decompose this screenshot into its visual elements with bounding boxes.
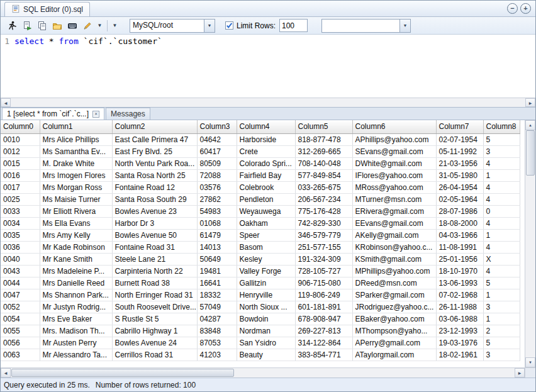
table-cell[interactable]: Harborside: [237, 133, 295, 145]
table-cell[interactable]: 18332: [197, 289, 237, 301]
table-cell[interactable]: 16641: [197, 277, 237, 289]
table-cell[interactable]: 0054: [1, 313, 40, 325]
table-cell[interactable]: 0015: [1, 157, 40, 169]
table-cell[interactable]: Fontaine Road 12: [112, 181, 197, 193]
table-cell[interactable]: Bowles Avenue 50: [112, 229, 197, 241]
table-cell[interactable]: M. Drake White: [40, 157, 112, 169]
table-cell[interactable]: ATaylorgmail.com: [352, 349, 436, 361]
table-cell[interactable]: 033-265-675: [295, 181, 352, 193]
edit-button[interactable]: [80, 18, 95, 33]
column-header[interactable]: Column3: [197, 120, 237, 133]
table-cell[interactable]: Pendleton: [237, 193, 295, 205]
combobox-arrow-icon[interactable]: ▼: [204, 20, 215, 32]
table-cell[interactable]: Gallitzin: [237, 277, 295, 289]
close-icon[interactable]: ×: [92, 111, 99, 118]
table-cell[interactable]: 0035: [1, 229, 40, 241]
editor-tab-sql-file[interactable]: SQL Editor (0).sql: [4, 2, 90, 16]
table-row[interactable]: 0056Mr Austen PerryBowles Avenue 2487053…: [1, 337, 520, 349]
table-cell[interactable]: 119-806-249: [295, 289, 352, 301]
table-cell[interactable]: 83848: [197, 325, 237, 337]
table-cell[interactable]: Weyauwega: [237, 205, 295, 217]
table-cell[interactable]: Santa Rosa South 29: [112, 193, 197, 205]
table-cell[interactable]: Mrs. Madison Th...: [40, 325, 112, 337]
table-row[interactable]: 0040Mr Kane SmithSteele Lane 2150649Kesl…: [1, 253, 520, 265]
table-cell[interactable]: 3: [483, 301, 520, 313]
table-cell[interactable]: Mr Alessandro Ta...: [40, 349, 112, 361]
table-cell[interactable]: 0044: [1, 277, 40, 289]
table-cell[interactable]: 2: [483, 325, 520, 337]
table-cell[interactable]: Mrs Madeleine P...: [40, 265, 112, 277]
scroll-right-icon[interactable]: ▶: [515, 368, 525, 378]
table-cell[interactable]: 0052: [1, 301, 40, 313]
table-cell[interactable]: Ms Samantha Ev...: [40, 145, 112, 157]
table-cell[interactable]: Speer: [237, 229, 295, 241]
table-cell[interactable]: 742-829-330: [295, 217, 352, 229]
table-cell[interactable]: 251-577-155: [295, 241, 352, 253]
results-horizontal-scrollbar[interactable]: ◀ ▶: [1, 367, 535, 378]
table-cell[interactable]: 312-269-665: [295, 145, 352, 157]
table-cell[interactable]: Colebrook: [237, 181, 295, 193]
code-area[interactable]: 1 select * from `cif`.`customer`: [1, 35, 535, 98]
table-cell[interactable]: 5: [483, 277, 520, 289]
table-cell[interactable]: Colorado Spri...: [237, 157, 295, 169]
table-cell[interactable]: 04-03-1966: [436, 229, 483, 241]
table-cell[interactable]: 601-181-891: [295, 301, 352, 313]
table-cell[interactable]: 0033: [1, 205, 40, 217]
table-cell[interactable]: Fairfield Bay: [237, 169, 295, 181]
open-file-button[interactable]: [50, 18, 65, 33]
table-cell[interactable]: 383-854-771: [295, 349, 352, 361]
table-row[interactable]: 0012Ms Samantha Ev...East Fry Blvd. 2560…: [1, 145, 520, 157]
table-cell[interactable]: 3: [483, 145, 520, 157]
table-cell[interactable]: MPhillips@yahoo.com: [352, 265, 436, 277]
table-cell[interactable]: 11-08-1991: [436, 241, 483, 253]
table-cell[interactable]: 0055: [1, 325, 40, 337]
table-cell[interactable]: KSmith@gmail.com: [352, 253, 436, 265]
table-cell[interactable]: Bowles Avenue 24: [112, 337, 197, 349]
table-cell[interactable]: Crete: [237, 145, 295, 157]
table-cell[interactable]: Mrs Danielle Reed: [40, 277, 112, 289]
table-cell[interactable]: Mr Elliott Rivera: [40, 205, 112, 217]
table-cell[interactable]: 1: [483, 169, 520, 181]
table-cell[interactable]: 0025: [1, 193, 40, 205]
table-cell[interactable]: 0010: [1, 133, 40, 145]
vertical-scroll-track[interactable]: [525, 130, 535, 357]
table-cell[interactable]: 50649: [197, 253, 237, 265]
limit-rows-checkbox[interactable]: [225, 21, 233, 30]
table-cell[interactable]: 02-05-1964: [436, 193, 483, 205]
scroll-up-icon[interactable]: ▲: [525, 120, 535, 130]
column-header[interactable]: Column6: [352, 120, 436, 133]
table-cell[interactable]: 0012: [1, 145, 40, 157]
table-cell[interactable]: MTurner@msn.com: [352, 193, 436, 205]
table-cell[interactable]: 0063: [1, 349, 40, 361]
table-cell[interactable]: DWhite@gmail.com: [352, 157, 436, 169]
maximize-group-button[interactable]: +: [520, 3, 531, 14]
table-cell[interactable]: Mrs Alice Phillips: [40, 133, 112, 145]
combobox-arrow-icon[interactable]: ▼: [399, 20, 410, 32]
table-row[interactable]: 0016Mrs Imogen FloresSanta Rosa North 25…: [1, 169, 520, 181]
table-row[interactable]: 0043Mrs Madeleine P...Carpinteria North …: [1, 265, 520, 277]
table-cell[interactable]: 775-176-428: [295, 205, 352, 217]
keyboard-shortcuts-button[interactable]: [65, 18, 80, 33]
table-row[interactable]: 0025Ms Maisie TurnerSanta Rosa South 292…: [1, 193, 520, 205]
table-cell[interactable]: JRodriguez@yahoo.c...: [352, 301, 436, 313]
table-cell[interactable]: IFlores@yahoo.com: [352, 169, 436, 181]
secondary-combobox[interactable]: ▼: [321, 19, 411, 33]
table-cell[interactable]: 4: [483, 181, 520, 193]
column-header[interactable]: Column5: [295, 120, 352, 133]
table-cell[interactable]: 4: [483, 193, 520, 205]
table-cell[interactable]: 03-06-1988: [436, 313, 483, 325]
scroll-right-icon[interactable]: ▶: [525, 98, 535, 107]
table-cell[interactable]: Valley Forge: [237, 265, 295, 277]
scroll-left-icon[interactable]: ◀: [1, 98, 11, 107]
table-cell[interactable]: 0036: [1, 241, 40, 253]
table-cell[interactable]: 906-715-080: [295, 277, 352, 289]
table-cell[interactable]: 5: [483, 337, 520, 349]
table-row[interactable]: 0017Mrs Morgan RossFontaine Road 1203576…: [1, 181, 520, 193]
table-cell[interactable]: Henryville: [237, 289, 295, 301]
table-cell[interactable]: 577-849-854: [295, 169, 352, 181]
horizontal-scroll-track[interactable]: [11, 368, 515, 378]
column-header[interactable]: Column1: [40, 120, 112, 133]
table-cell[interactable]: SParker@gmail.com: [352, 289, 436, 301]
table-cell[interactable]: 0040: [1, 253, 40, 265]
table-cell[interactable]: East Fry Blvd. 25: [112, 145, 197, 157]
